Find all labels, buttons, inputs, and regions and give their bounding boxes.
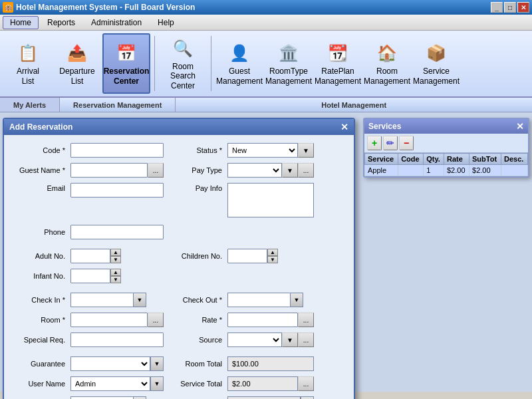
email-input[interactable]: support@bistonesoft.com — [70, 183, 164, 198]
bookdate-input[interactable]: 5/7/2010 — [70, 396, 133, 399]
username-label: User Name — [12, 380, 65, 388]
form-row-checkin-checkout: Check In * 5/7/2010 ▼ Check Out * 5/8/20… — [12, 293, 346, 307]
room-management-icon: 🏠 — [375, 41, 399, 65]
toolbar-guest-management[interactable]: 👤 GuestManagement — [215, 33, 263, 94]
minimize-button[interactable]: _ — [491, 2, 503, 13]
menu-home[interactable]: Home — [3, 16, 39, 29]
username-select[interactable]: Admin — [70, 376, 150, 391]
reservation-center-icon: 📅 — [114, 41, 138, 65]
toolbar-rateplan[interactable]: 📆 RatePlanManagement — [314, 33, 362, 94]
phone-input[interactable]: 123456789 — [70, 225, 164, 239]
roomtype-icon: 🏛️ — [277, 41, 301, 65]
form-row-room-rate: Room * 1001 ... Rate * Full Board RatePl… — [12, 313, 346, 327]
toolbar-arrival-list[interactable]: 📋 ArrivalList — [4, 33, 52, 94]
edit-service-btn[interactable]: ✏ — [383, 136, 398, 150]
guest-name-input[interactable]: Bistone Fan — [70, 163, 148, 178]
adultno-up[interactable]: ▲ — [110, 249, 121, 256]
services-close-button[interactable]: ✕ — [516, 121, 524, 132]
add-reservation-dialog: Add Reservation ✕ Code * 100507001 Statu… — [3, 118, 355, 399]
room-input[interactable]: 1001 — [70, 313, 148, 327]
guarantee-select[interactable] — [70, 356, 150, 371]
checkin-calendar-btn[interactable]: ▼ — [133, 293, 146, 307]
rate-label: Rate * — [169, 316, 222, 324]
infantno-down[interactable]: ▼ — [110, 276, 121, 283]
menu-help[interactable]: Help — [150, 16, 182, 29]
source-select[interactable] — [227, 332, 282, 347]
col-code: Code — [398, 154, 424, 165]
childrenno-label: Children No. — [169, 252, 222, 260]
payinfo-textarea[interactable] — [227, 183, 314, 217]
status-dropdown-btn[interactable]: ▼ — [298, 143, 314, 158]
room-browse-btn[interactable]: ... — [148, 313, 164, 327]
service-row[interactable]: Apple1$2.00$2.00 — [365, 165, 528, 176]
guest-browse-btn[interactable]: ... — [148, 163, 164, 178]
servicetotal-browse-btn[interactable]: ... — [298, 376, 314, 391]
services-table: Service Code Qty. Rate SubTot Desc. Appl… — [364, 153, 528, 176]
childrenno-up[interactable]: ▲ — [267, 249, 278, 256]
infantno-input[interactable]: 0 — [70, 269, 110, 283]
taxfee-dropdown-btn[interactable]: ▼ — [301, 396, 314, 399]
app-icon: 🏨 — [3, 2, 13, 13]
services-title-text: Services — [368, 122, 401, 131]
dialog-close-button[interactable]: ✕ — [340, 122, 348, 132]
dialog-body: Code * 100507001 Status * New Confirmed … — [4, 135, 354, 399]
menu-administration[interactable]: Administration — [84, 16, 149, 29]
rate-browse-btn[interactable]: ... — [298, 313, 314, 327]
username-dropdown-btn[interactable]: ▼ — [150, 376, 164, 391]
infantno-up[interactable]: ▲ — [110, 269, 121, 276]
rateplan-icon: 📆 — [326, 41, 350, 65]
servicetotal-label: Service Total — [169, 380, 222, 388]
paytype-browse-btn[interactable]: ... — [298, 163, 314, 178]
specialreq-input[interactable] — [70, 332, 164, 347]
status-select[interactable]: New Confirmed Cancelled — [227, 143, 298, 158]
paytype-select[interactable] — [227, 163, 282, 178]
source-label: Source — [169, 336, 222, 344]
toolbar-departure-list[interactable]: 📤 DepartureList — [53, 33, 101, 94]
col-qty: Qty. — [424, 154, 444, 165]
rate-input[interactable]: Full Board RatePlan — [227, 313, 298, 327]
paytype-dropdown-btn[interactable]: ▼ — [282, 163, 298, 178]
email-label: Email — [12, 184, 65, 192]
adultno-down[interactable]: ▼ — [110, 256, 121, 263]
servicetotal-value: $2.00 — [227, 376, 298, 391]
maximize-button[interactable]: □ — [504, 2, 516, 13]
roomtotal-value: $100.00 — [227, 356, 314, 371]
departure-list-icon: 📤 — [65, 41, 89, 65]
delete-service-btn[interactable]: − — [399, 136, 414, 150]
code-input[interactable]: 100507001 — [70, 143, 164, 158]
window-controls[interactable]: _ □ ✕ — [491, 2, 529, 13]
separator-1 — [154, 36, 155, 91]
app-title: Hotel Management System - Full Board Ver… — [16, 3, 195, 12]
form-row-adults-children: Adult No. 1 ▲ ▼ Children No. 0 ▲ ▼ — [12, 249, 346, 263]
close-button[interactable]: ✕ — [517, 2, 529, 13]
checkout-calendar-btn[interactable]: ▼ — [290, 293, 303, 307]
form-row-username-servicetotal: User Name Admin ▼ Service Total $2.00 ..… — [12, 376, 346, 391]
checkin-label: Check In * — [12, 296, 65, 304]
source-browse-btn[interactable]: ... — [298, 332, 314, 347]
guarantee-dropdown-btn[interactable]: ▼ — [150, 356, 164, 371]
checkout-input[interactable]: 5/8/2010 — [227, 293, 290, 307]
toolbar-room-management[interactable]: 🏠 RoomManagement — [363, 33, 411, 94]
childrenno-input[interactable]: 0 — [227, 249, 267, 263]
source-dropdown-btn[interactable]: ▼ — [282, 332, 298, 347]
col-rate: Rate — [444, 154, 469, 165]
title-bar: 🏨 Hotel Management System - Full Board V… — [0, 0, 532, 15]
alerts-bar: My Alerts Reservation Management Hotel M… — [0, 98, 532, 112]
toolbar-reservation-center[interactable]: 📅 ReservationCenter — [102, 33, 150, 94]
guest-management-icon: 👤 — [227, 41, 251, 65]
checkin-input[interactable]: 5/7/2010 — [70, 293, 133, 307]
toolbar-room-search[interactable]: 🔍 Room SearchCenter — [159, 33, 207, 94]
toolbar-roomtype-management[interactable]: 🏛️ RoomTypeManagement — [265, 33, 313, 94]
childrenno-down[interactable]: ▼ — [267, 256, 278, 263]
services-title-bar: Services ✕ — [364, 119, 528, 134]
bookdate-calendar-btn[interactable]: ▼ — [133, 396, 146, 399]
menu-reports[interactable]: Reports — [40, 16, 82, 29]
toolbar-service-management[interactable]: 📦 ServiceManagement — [412, 33, 460, 94]
add-service-btn[interactable]: + — [367, 136, 382, 150]
status-label: Status * — [169, 146, 222, 154]
adultno-input[interactable]: 1 — [70, 249, 110, 263]
form-row-code-status: Code * 100507001 Status * New Confirmed … — [12, 143, 346, 158]
col-desc: Desc. — [501, 154, 527, 165]
reservation-mgmt-section: Reservation Management — [60, 98, 176, 112]
form-row-phone: Phone 123456789 — [12, 225, 346, 239]
